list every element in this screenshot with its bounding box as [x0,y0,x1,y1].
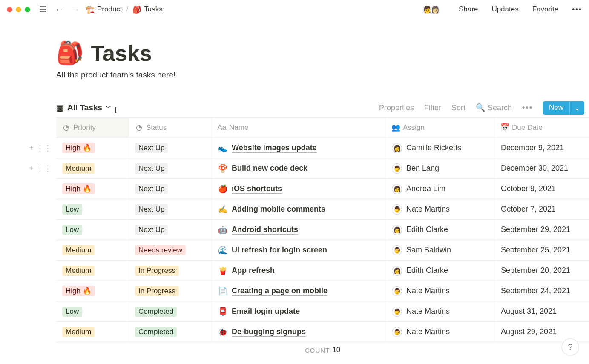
due-cell[interactable]: September 20, 2021 [494,261,588,281]
nav-forward-icon[interactable]: → [69,3,81,15]
assign-cell[interactable]: 👩Camille Ricketts [385,138,494,158]
breadcrumb-parent[interactable]: Product [97,5,122,14]
column-header-priority[interactable]: ◔Priority [56,118,129,138]
priority-cell[interactable]: Medium [56,158,129,178]
status-cell[interactable]: Completed [129,322,212,342]
column-label: Status [146,123,167,132]
priority-cell[interactable]: Low [56,220,129,240]
sort-button[interactable]: Sort [451,103,465,112]
help-button[interactable]: ? [562,338,579,355]
updates-button[interactable]: Updates [491,5,518,14]
table-row[interactable]: +⋮⋮LowNext Up🤖Android shortcuts👩Edith Cl… [56,220,589,240]
due-cell[interactable]: December 30, 2021 [494,158,588,178]
name-cell[interactable]: 👟Website images update [212,138,385,158]
table-row[interactable]: +⋮⋮High 🔥Next Up🍎iOS shortcuts👩Andrea Li… [56,179,589,199]
table-row[interactable]: +⋮⋮High 🔥Next Up👟Website images update👩C… [56,138,589,158]
due-cell[interactable]: September 24, 2021 [494,281,588,301]
status-cell[interactable]: In Progress [129,261,212,281]
name-cell[interactable]: ✍️Adding mobile comments [212,199,385,219]
table-row[interactable]: +⋮⋮MediumIn Progress🍟App refresh👩Edith C… [56,261,589,281]
column-header-name[interactable]: AaName [212,118,385,138]
assign-cell[interactable]: 👨Nate Martins [385,199,494,219]
name-cell[interactable]: 🍄Build new code deck [212,158,385,178]
table-row[interactable]: +⋮⋮MediumCompleted🐞De-bugging signups👨Na… [56,322,589,342]
page-title-text[interactable]: Tasks [91,40,152,66]
priority-cell[interactable]: High 🔥 [56,138,129,158]
name-cell[interactable]: 📮Email login update [212,301,385,321]
due-cell[interactable]: December 9, 2021 [494,138,588,158]
due-cell[interactable]: September 25, 2021 [494,240,588,260]
drag-handle-icon[interactable]: ⋮⋮ [36,143,52,153]
breadcrumb[interactable]: 🏗️ Product / 🎒 Tasks [86,5,163,14]
drag-handle-icon[interactable]: ⋮⋮ [36,164,52,173]
name-cell[interactable]: 🤖Android shortcuts [212,220,385,240]
due-cell[interactable]: August 31, 2021 [494,301,588,321]
status-cell[interactable]: Next Up [129,179,212,199]
status-cell[interactable]: Next Up [129,199,212,219]
minimize-window-button[interactable] [16,7,21,12]
priority-cell[interactable]: High 🔥 [56,281,129,301]
assign-cell[interactable]: 👨Nate Martins [385,322,494,342]
zoom-window-button[interactable] [25,7,30,12]
assign-cell[interactable]: 👨Nate Martins [385,281,494,301]
close-window-button[interactable] [7,7,12,12]
filter-button[interactable]: Filter [424,103,441,112]
name-cell[interactable]: 🍎iOS shortcuts [212,179,385,199]
name-cell[interactable]: 🌊UI refresh for login screen [212,240,385,260]
status-tag: In Progress [135,286,179,296]
column-header-due[interactable]: 📅Due Date [494,118,588,138]
name-cell[interactable]: 🐞De-bugging signups [212,322,385,342]
assign-cell[interactable]: 👨Nate Martins [385,301,494,321]
page-title[interactable]: 🎒 Tasks [56,40,584,66]
assign-cell[interactable]: 👩Edith Clarke [385,261,494,281]
assign-cell[interactable]: 👨Ben Lang [385,158,494,178]
properties-button[interactable]: Properties [379,103,414,112]
column-header-assign[interactable]: 👥Assign [385,118,494,138]
page-subtitle[interactable]: All the product team's tasks here! [56,70,584,80]
new-button-dropdown-icon[interactable]: ⌄ [569,101,584,115]
status-cell[interactable]: Completed [129,301,212,321]
favorite-button[interactable]: Favorite [532,5,558,14]
view-more-icon[interactable]: ••• [522,103,533,112]
status-cell[interactable]: Next Up [129,158,212,178]
priority-cell[interactable]: Medium [56,322,129,342]
table-row[interactable]: +⋮⋮High 🔥In Progress📄Creating a page on … [56,281,589,301]
due-cell[interactable]: October 9, 2021 [494,179,588,199]
status-cell[interactable]: Needs review [129,240,212,260]
due-cell[interactable]: August 29, 2021 [494,322,588,342]
share-button[interactable]: Share [459,5,478,14]
priority-cell[interactable]: Low [56,301,129,321]
priority-cell[interactable]: Medium [56,261,129,281]
due-cell[interactable]: October 7, 2021 [494,199,588,219]
due-cell[interactable]: September 29, 2021 [494,220,588,240]
priority-cell[interactable]: High 🔥 [56,179,129,199]
presence-avatars[interactable]: 🧑 👩 [422,4,441,15]
page-icon[interactable]: 🎒 [56,40,84,66]
table-row[interactable]: +⋮⋮MediumNeeds review🌊UI refresh for log… [56,240,589,261]
nav-back-icon[interactable]: ← [53,3,65,15]
count-value: 10 [332,346,340,354]
name-cell[interactable]: 🍟App refresh [212,261,385,281]
priority-cell[interactable]: Low [56,199,129,219]
assign-cell[interactable]: 👩Andrea Lim [385,179,494,199]
table-row[interactable]: +⋮⋮LowCompleted📮Email login update👨Nate … [56,301,589,322]
table-row[interactable]: +⋮⋮LowNext Up✍️Adding mobile comments👨Na… [56,199,589,220]
table-row[interactable]: +⋮⋮MediumNext Up🍄Build new code deck👨Ben… [56,158,589,179]
status-cell[interactable]: Next Up [129,220,212,240]
view-picker[interactable]: ▦ All Tasks ﹀ I [56,103,117,113]
priority-tag: High 🔥 [62,183,95,194]
search-button[interactable]: 🔍 Search [476,103,512,112]
assign-cell[interactable]: 👩Edith Clarke [385,220,494,240]
add-row-icon[interactable]: + [29,143,34,152]
breadcrumb-page[interactable]: Tasks [144,5,162,14]
name-cell[interactable]: 📄Creating a page on mobile [212,281,385,301]
status-cell[interactable]: In Progress [129,281,212,301]
status-cell[interactable]: Next Up [129,138,212,158]
sidebar-toggle-icon[interactable]: ☰ [37,3,49,15]
add-row-icon[interactable]: + [29,164,34,173]
more-menu-icon[interactable]: ••• [572,5,582,14]
column-header-status[interactable]: ◔Status [129,118,212,138]
new-button[interactable]: New ⌄ [543,101,584,115]
assign-cell[interactable]: 👨Sam Baldwin [385,240,494,260]
priority-cell[interactable]: Medium [56,240,129,260]
